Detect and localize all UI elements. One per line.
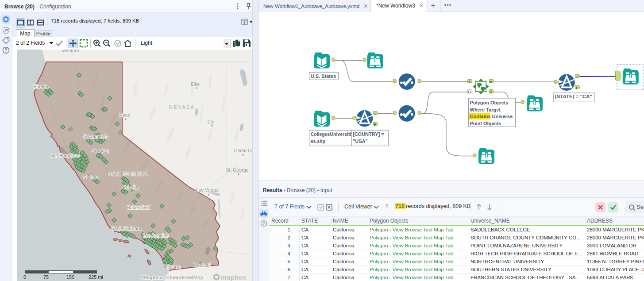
svg-text:U: U	[468, 90, 471, 94]
svg-text:M: M	[490, 80, 493, 84]
svg-text:Los Angeles: Los Angeles	[143, 233, 168, 238]
svg-text:San Francisco: San Francisco	[50, 153, 79, 158]
svg-text:Medford: Medford	[62, 50, 79, 53]
svg-text:Tijuana: Tijuana	[165, 264, 181, 269]
svg-text:F: F	[576, 86, 578, 90]
svg-text:Las Vegas: Las Vegas	[196, 187, 219, 192]
svg-text:F: F	[374, 123, 376, 127]
svg-text:Cedar Cit: Cedar Cit	[234, 148, 252, 153]
svg-text:©Mapbox ©OpenStreetMap: ©Mapbox ©OpenStreetMap	[140, 275, 203, 280]
svg-text:[COUNTRY] =: [COUNTRY] =	[353, 131, 384, 137]
svg-text:0: 0	[23, 274, 26, 280]
svg-text:Where Target: Where Target	[470, 107, 501, 112]
svg-text:C A L I F O R N I A: C A L I F O R N I A	[108, 171, 147, 177]
svg-text:Reno: Reno	[119, 112, 130, 118]
svg-text:75: 75	[43, 274, 49, 280]
svg-text:Mexicali: Mexicali	[193, 262, 211, 268]
svg-text:Contains Universe: Contains Universe	[470, 114, 513, 119]
svg-text:Santa Barbara: Santa Barbara	[111, 226, 141, 231]
svg-text:mapbox: mapbox	[221, 274, 246, 281]
svg-text:U.S. States: U.S. States	[311, 73, 336, 79]
svg-text:T: T	[576, 75, 578, 79]
svg-text:Eureka: Eureka	[33, 84, 48, 89]
svg-text:U: U	[490, 90, 492, 94]
svg-text:Salinas: Salinas	[84, 174, 99, 180]
svg-text:?: ?	[262, 221, 265, 226]
svg-text:es.shp: es.shp	[311, 139, 325, 144]
svg-text:Polygon Objects: Polygon Objects	[470, 100, 509, 105]
svg-text:St. George: St. George	[226, 167, 249, 173]
svg-text:225 mi: 225 mi	[89, 274, 103, 280]
svg-text:Ely: Ely	[208, 119, 214, 124]
svg-text:Elko: Elko	[191, 81, 200, 87]
svg-text:150: 150	[66, 274, 74, 280]
svg-text:Sacramento: Sacramento	[83, 134, 108, 139]
svg-text:N E V A D A: N E V A D A	[169, 104, 194, 110]
svg-text:Point Objects: Point Objects	[470, 121, 501, 126]
svg-text:[STATE] = "CA": [STATE] = "CA"	[555, 94, 592, 99]
svg-text:Stockton: Stockton	[92, 148, 110, 154]
svg-text:Bakersfield: Bakersfield	[127, 205, 150, 210]
svg-text:CollegesUniversiti: CollegesUniversiti	[311, 131, 351, 137]
svg-text:?: ?	[4, 48, 7, 53]
svg-text:Visalia: Visalia	[125, 185, 139, 190]
svg-text:T: T	[468, 80, 470, 84]
svg-text:T: T	[374, 112, 376, 116]
svg-text:"USA": "USA"	[353, 139, 368, 144]
